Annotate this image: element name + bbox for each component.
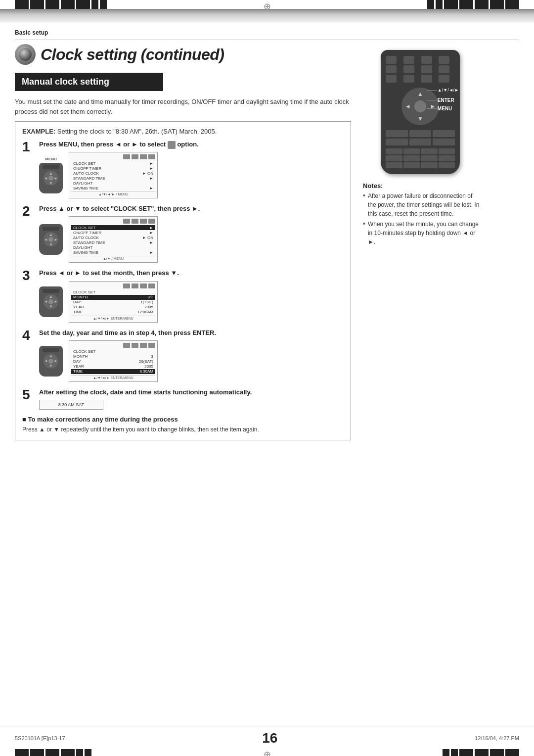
step-3-number: 3 [22,269,34,283]
step-3: 3 Press ◄ or ► to set the month, then pr… [22,269,344,322]
remote-btn [439,56,449,64]
corrections-text: Press ▲ or ▼ repeatedly until the item y… [22,425,344,434]
border-block [444,0,458,9]
remote-btn [421,56,432,64]
section-heading-text: Manual clock setting [15,73,163,91]
remote-mid-btn [409,139,432,145]
step-1-content: Press MENU, then press ◄ or ► to select … [39,140,344,198]
step-5-display: 8:30 AM SAT [39,400,103,410]
step-1: 1 Press MENU, then press ◄ or ► to selec… [22,140,344,198]
top-crosshair: ⊕ [264,0,271,12]
remote-mid-buttons [386,130,455,145]
border-block [30,0,44,9]
screen-nav: ▲/▼/◄/► / MENU [71,191,155,196]
remote-mid-btn [386,139,408,145]
top-border: ⊕ [0,0,534,9]
remote-btn [403,75,414,83]
bullet: • [363,191,365,218]
border-block [100,0,107,9]
step-4-illustration: ▲ ◄ ► ▼ [39,340,344,382]
time-row: TIME12:00AM [71,310,155,315]
bottom-block [76,749,83,756]
page-title: Clock setting (continued) [41,46,224,64]
bottom-block [85,749,91,756]
border-block [475,0,489,9]
time-row: TIME8:30AM [71,369,155,374]
month-row: MONTH3☆ [71,295,155,300]
menu-item-on-off: ON/OFF TIMER► [71,166,155,171]
bottom-border: ⊕ [0,749,534,756]
border-block [436,0,443,9]
remote-bottom-btn [421,148,438,154]
menu-item-saving: SAVING TIME► [71,250,155,255]
step-3-content: Press ◄ or ► to set the month, then pres… [39,269,344,322]
step-4-content: Set the day, year and time as in step 4,… [39,329,344,382]
step-3-text: Press ◄ or ► to set the month, then pres… [39,269,344,278]
step-5-content: After setting the clock, date and time s… [39,388,344,410]
remote-bottom-btn [421,155,438,161]
remote-mid-btn [433,130,455,137]
notes-section: Notes: • After a power failure or discon… [361,182,480,248]
remote-btn [421,75,432,83]
remote-btn [439,65,449,73]
label-line [427,100,437,100]
example-value: Setting the clock to "8:30 AM", 26th. (S… [57,128,217,135]
note-1-text: After a power failure or disconnection o… [368,191,480,218]
menu-item-daylight: DAYLIGHT [71,181,155,186]
notes-title: Notes: [363,182,480,189]
border-block [427,0,434,9]
screen-nav: ▲/▼/◄/► ENTER/MENU [71,316,155,320]
remote-dpad: ▲ ◄ ► ▼ [44,232,58,247]
border-block [45,0,59,9]
corrections-title: ■ To make corrections any time during th… [22,416,344,423]
bottom-block [443,749,449,756]
footer-code: 5S20101A [E]p13-17 [15,735,65,741]
remote-bottom-buttons [386,148,455,168]
remote-bottom-btn [439,155,455,161]
mini-remote-1: MENU ▲ ◄ ► [39,157,63,193]
top-border-left [15,0,107,9]
clock-set-label: CLOCK SET [71,349,155,354]
rdpad-left: ◄ [44,176,48,181]
remote-bottom-btn [386,148,402,154]
remote-bottom-btn [386,162,402,168]
arrows-label-row: ▲/▼/◄/► [427,88,459,93]
section-label: Basic setup [15,29,48,36]
step-5: 5 After setting the clock, date and time… [22,388,344,410]
remote-bottom-btn [439,162,455,168]
border-block [490,0,504,9]
dpad-center-btn [414,100,426,112]
remote-btn [439,75,449,83]
header: Basic setup [0,25,534,40]
remote-bottom-btn [403,155,420,161]
remote-bottom-btn [439,148,455,154]
bottom-block [475,749,489,756]
menu-item-standard: STANDARD TIME► [71,176,155,181]
main-layout: Clock setting (continued) Manual clock s… [0,40,534,444]
step-1-number: 1 [22,140,34,154]
svg-point-0 [19,48,32,61]
steps-box: EXAMPLE: Setting the clock to "8:30 AM",… [15,121,351,440]
step-2-content: Press ▲ or ▼ to select "CLOCK SET", then… [39,204,344,263]
arrows-label: ▲/▼/◄/► [438,88,459,93]
menu-item-saving: SAVING TIME► [71,186,155,190]
step-3-illustration: ▲ ◄ ► ▼ [39,281,344,323]
rdpad-center [48,176,53,181]
menu-label-row: MENU [427,106,459,111]
bottom-block [15,749,29,756]
remote-btn [386,56,397,64]
step-4-text: Set the day, year and time as in step 4,… [39,329,344,337]
bottom-block [505,749,519,756]
remote-control: ▲ ◄ ► ▼ ▲/▼/◄/► [381,50,460,174]
bottom-blocks-right [443,749,519,756]
mini-remote-3: ▲ ◄ ► ▼ [39,286,63,317]
step-4: 4 Set the day, year and time as in step … [22,329,344,382]
dpad-up-arrow: ▲ [417,91,423,97]
note-2-text: When you set the minute, you can change … [368,220,480,246]
page-title-wrap: Clock setting (continued) [15,44,351,65]
bottom-block [451,749,458,756]
step-5-text: After setting the clock, date and time s… [39,388,344,397]
screen-icon [123,154,130,159]
screen-nav: ▲/▼ / MENU [71,256,155,260]
dpad-section: ▲ ◄ ► ▼ ▲/▼/◄/► [386,88,455,125]
